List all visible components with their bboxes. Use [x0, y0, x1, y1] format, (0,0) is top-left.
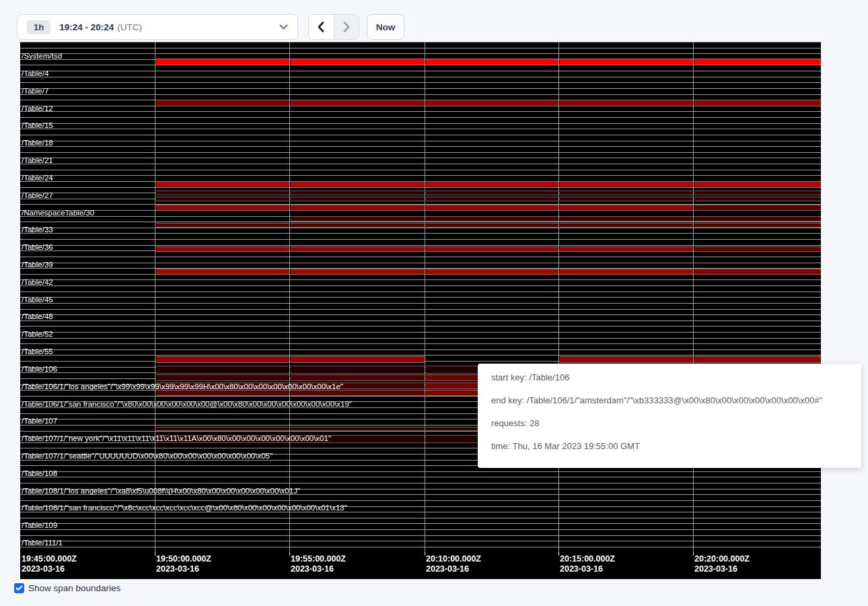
span-band: [694, 181, 821, 188]
row-label: /Table/7: [22, 87, 48, 96]
row-label: /Table/106: [22, 365, 57, 374]
tooltip-start-key: start key: /Table/106: [491, 372, 848, 383]
row-label: /Table/106/1/"los angeles"/"\x99\x99\x99…: [22, 382, 343, 391]
span-tooltip: start key: /Table/106 end key: /Table/10…: [478, 364, 861, 468]
row-label: /Table/107/1/"new york"/"\x11\x11\x11\x1…: [22, 434, 331, 443]
span-band: [694, 100, 821, 106]
next-interval-button[interactable]: [334, 15, 359, 39]
span-band: [694, 191, 821, 195]
span-band: [560, 216, 693, 222]
row-label: /Table/111/1: [22, 539, 63, 547]
range-text: 19:24 - 20:24: [59, 22, 114, 32]
grid-line-x: [693, 42, 694, 552]
span-band: [291, 205, 425, 211]
span-band: [694, 246, 821, 252]
check-icon: [15, 585, 23, 591]
span-band: [426, 246, 558, 252]
now-button[interactable]: Now: [367, 14, 404, 40]
time-nav-group: [308, 14, 359, 40]
span-band: [560, 100, 693, 106]
axis-tick: [425, 552, 425, 556]
span-band: [560, 356, 693, 363]
row-label: /Table/107/1/"seattle"/"UUUUUUD\x00\x80\…: [22, 452, 273, 461]
row-label: /Table/108/1/"los angeles"/"\xa8\xf5\u00…: [22, 487, 300, 496]
span-band: [426, 181, 558, 188]
axis-tick-label: 19:50:00.000Z2023-03-16: [156, 554, 211, 574]
span-band: [426, 191, 558, 195]
tooltip-time: time: Thu, 16 Mar 2023 19:55:00 GMT: [491, 441, 848, 452]
chevron-left-icon: [318, 22, 324, 32]
row-label: /Table/4: [22, 69, 48, 78]
row-label: /Table/109: [22, 521, 57, 530]
span-band: [694, 356, 821, 363]
row-label: /Table/24: [22, 174, 53, 182]
span-band: [291, 197, 425, 201]
span-band: [156, 181, 289, 188]
axis-tick-label: 19:55:00.000Z2023-03-16: [291, 554, 346, 574]
span-band: [694, 205, 821, 211]
range-timezone: (UTC): [117, 22, 142, 32]
axis-tick: [693, 552, 694, 556]
span-band: [291, 246, 425, 252]
row-label: /Table/39: [22, 261, 53, 269]
checkbox-label: Show span boundaries: [28, 583, 120, 593]
span-band: [291, 427, 425, 431]
span-band: [291, 216, 425, 222]
key-visualizer-chart[interactable]: /System/tsd/Table/4/Table/7/Table/12/Tab…: [20, 42, 821, 579]
span-band: [156, 246, 289, 252]
plot-area[interactable]: /System/tsd/Table/4/Table/7/Table/12/Tab…: [20, 42, 821, 552]
span-band: [291, 223, 425, 228]
chevron-right-icon: [343, 22, 350, 32]
axis-tick: [289, 552, 290, 556]
span-band: [694, 59, 821, 65]
time-range-dropdown[interactable]: 1h 19:24 - 20:24 (UTC): [17, 14, 298, 40]
row-label: /Table/27: [22, 191, 53, 200]
row-label: /Table/45: [22, 296, 53, 304]
row-label: /Table/52: [22, 330, 53, 339]
chevron-down-icon: [279, 24, 288, 30]
span-band: [291, 374, 425, 381]
span-band: [694, 269, 821, 275]
span-band: [291, 191, 425, 195]
span-band: [156, 374, 289, 381]
span-band: [291, 356, 425, 363]
span-boundary-lines: [20, 42, 821, 552]
show-span-boundaries-checkbox[interactable]: [14, 583, 24, 593]
row-label: /Table/108: [22, 469, 57, 478]
span-band: [560, 223, 693, 228]
span-band: [156, 205, 289, 211]
row-label: /Table/36: [22, 243, 53, 252]
grid-line-x: [155, 42, 155, 552]
row-label: /Table/21: [22, 156, 53, 165]
grid-line-x: [425, 42, 425, 552]
span-band: [426, 197, 558, 201]
tooltip-end-key: end key: /Table/106/1/"amsterdam"/"\xb33…: [491, 395, 848, 406]
row-label: /Table/107: [22, 417, 57, 426]
span-band: [156, 100, 289, 106]
axis-tick-label: 20:20:00.000Z2023-03-16: [694, 554, 750, 574]
row-label: /Table/12: [22, 104, 53, 113]
span-band: [426, 59, 558, 65]
grid-line-x: [289, 42, 290, 552]
row-label: /Table/108/1/"san francisco"/"\x8c\xcc\x…: [22, 504, 347, 512]
span-band: [291, 59, 425, 65]
axis-tick-label: 20:15:00.000Z2023-03-16: [560, 554, 615, 574]
row-label: /System/tsd: [22, 52, 62, 61]
span-band: [156, 269, 289, 275]
span-band: [291, 269, 425, 275]
span-band: [156, 191, 289, 195]
span-band: [156, 366, 289, 374]
prev-interval-button[interactable]: [309, 15, 334, 39]
grid-line-x: [558, 42, 559, 552]
range-duration-chip: 1h: [27, 20, 50, 34]
span-band: [156, 59, 289, 65]
tooltip-requests: requests: 28: [491, 418, 848, 429]
span-band: [156, 197, 289, 201]
span-band: [426, 216, 558, 222]
axis-tick: [558, 552, 559, 556]
span-band: [560, 269, 693, 275]
row-label: /NamespaceTable/30: [22, 209, 94, 217]
span-band: [560, 191, 693, 195]
span-band: [694, 223, 821, 228]
row-label: /Table/33: [22, 226, 53, 234]
